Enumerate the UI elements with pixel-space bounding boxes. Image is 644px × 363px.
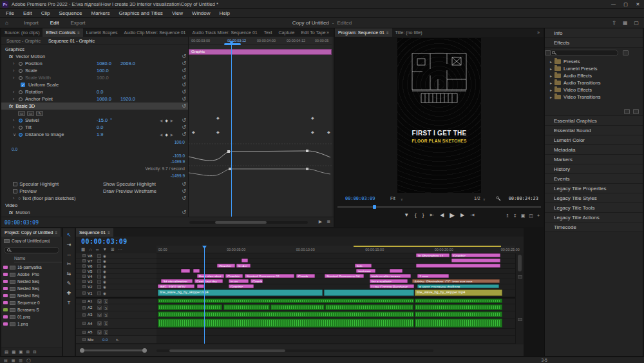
track-lane-a1[interactable] [156,299,515,304]
track-header-v6[interactable]: V6◉ [76,264,156,269]
twirl-icon[interactable]: ▸ [550,95,552,99]
effects-bin-presets[interactable]: ▸Presets [545,58,643,65]
toggle-track-output-icon[interactable]: ◉ [103,275,106,279]
menu-file[interactable]: File [1,9,19,18]
timeline-playhead[interactable] [204,246,205,344]
opts-icon[interactable]: ⊞ [111,247,114,252]
effects-bin-audio-effects[interactable]: ▸Audio Effects [545,72,643,79]
track-header-v2[interactable]: V2◉ [76,284,156,289]
timeline-clip[interactable] [451,259,500,262]
keyframe-icon[interactable]: ◆ [311,116,314,120]
timeline-clip-nested-sequence-04[interactable]: Nested Sequence 04 [325,274,364,278]
list-view-icon[interactable]: ▤ [5,349,8,355]
project-item-sequence-0[interactable]: Sequence 0 [1,299,62,306]
menu-edit[interactable]: Edit [19,9,37,18]
panel-tab-program-sequence-01[interactable]: Program: Sequence 01≡ [335,28,392,37]
track-lock-icon[interactable] [82,280,86,283]
track-lane-v2[interactable]: IMG_1902.MOVGraphicI use Corona Renderer… [156,284,515,289]
track-header-v8[interactable]: V8◉ [76,253,156,259]
timeline-clip-graphic[interactable]: Graphic [217,264,235,268]
timeline-ruler[interactable]: 00:0000:00:05:0000:00:10:0000:00:15:0000… [156,246,515,253]
keyframe-icon[interactable]: ◆ [216,130,220,134]
timeline-clip-in-photoshop-i-f[interactable]: In Photoshop I f [416,253,450,257]
panel-tab-edit-to-tape[interactable]: Edit To Tape [298,28,328,37]
export-frame-button[interactable]: ▣ [521,213,526,219]
twirl-icon[interactable]: ▸ [550,81,552,85]
panel-header-essential-sound[interactable]: Essential Sound [545,126,643,135]
add-marker-button[interactable]: ▼ [404,212,409,219]
twirl-icon[interactable]: › [13,97,18,101]
track-header-a2[interactable]: A2MS [76,304,156,311]
ec-row-motion[interactable]: fxMotion↺ [1,209,188,216]
panel-tab-effect-controls[interactable]: Effect Controls≡ [43,28,82,37]
workspaces-icon[interactable]: ▦ [623,18,628,28]
stopwatch-icon[interactable] [19,97,23,101]
workspace-tab-edit[interactable]: Edit [44,18,65,28]
reset-parameter-icon[interactable]: ↺ [182,68,186,74]
solo-button[interactable]: S [104,313,108,317]
toggle-track-output-icon[interactable]: ◉ [103,280,106,284]
parameter-value[interactable]: 100.0 [97,75,109,81]
menu-clip[interactable]: Clip [37,9,55,18]
basic3d-tool-icon[interactable]: ▭ [18,111,25,116]
timeline-clip-1-png[interactable]: 1.png [417,274,449,278]
parameter-value[interactable]: 0.0 [97,124,103,130]
pen-tool[interactable]: ✎ [67,280,71,286]
new-bin-icon[interactable]: ▣ [19,349,23,355]
next-keyframe-icon[interactable]: ▶ [171,133,173,137]
panel-tab-source-no-clips[interactable]: Source: (no clips) [1,28,43,37]
keyframe-lane[interactable]: 00:00:03:0000:00:03:1200:00:04:0000:00:0… [188,37,332,217]
track-lock-icon[interactable] [82,275,86,278]
menu-sequence[interactable]: Sequence [54,9,86,18]
timeline-clip-graph[interactable]: Graph [296,274,315,278]
timeline-clip[interactable] [415,304,502,310]
source-patch-icon[interactable] [97,264,101,268]
timeline-clip-i-use-corona-renderer[interactable]: I use Corona Renderer [370,284,414,288]
reset-parameter-icon[interactable]: ↺ [182,117,186,123]
label-chip[interactable] [3,301,8,304]
panel-header-events[interactable]: Events [545,174,643,184]
timeline-clip[interactable] [415,311,502,317]
label-chip[interactable] [3,315,8,319]
panel-header-legacy-title-tools[interactable]: Legacy Title Tools [545,203,643,213]
timeline-clip[interactable] [415,299,502,303]
project-item-nested-seq[interactable]: Nested Seq [1,285,62,292]
track-lane-v6[interactable]: GraphicIn Arcligh [156,264,515,269]
mute-button[interactable]: M [97,330,102,335]
timeline-clip-ligh[interactable]: ligh [355,264,372,268]
prev-keyframe-icon[interactable]: ◀ [160,119,162,123]
vertical-scrollbar[interactable] [515,253,524,344]
marker-icon[interactable]: ▼ [102,247,106,252]
icon-view-icon[interactable]: ▦ [12,349,15,355]
comparison-view-button[interactable]: ◫ [529,213,533,219]
reset-parameter-icon[interactable]: ↺ [182,181,186,187]
track-lock-icon[interactable] [82,264,86,268]
horizontal-scrollbar[interactable] [156,349,433,352]
stopwatch-icon[interactable] [19,119,23,123]
mute-button[interactable]: M [97,306,102,310]
twirl-icon[interactable]: › [13,68,18,73]
basic3d-edit-icon[interactable]: ✎ [36,111,43,116]
effects-bin-audio-transitions[interactable]: ▸Audio Transitions [545,79,643,86]
timeline-clip[interactable] [193,269,200,273]
panel-header-info[interactable]: Info [545,28,643,38]
twirl-icon[interactable]: ▸ [550,74,552,78]
stopwatch-icon[interactable] [19,133,23,137]
snap-icon[interactable]: ∩ [89,247,92,252]
project-root-item[interactable]: Copy of Untitled.proj [4,239,61,243]
current-timecode[interactable]: 00:00:03:09 [5,220,39,226]
ec-row-anchor-point[interactable]: ›Anchor Point1080.01920.0↺ [1,95,188,103]
window-close-button[interactable]: ✕ [632,0,644,9]
panel-header-metadata[interactable]: Metadata [545,145,643,155]
label-chip[interactable] [3,308,8,311]
project-panel-tab[interactable]: Project: Copy of Untitled ≡ [1,228,61,237]
mute-button[interactable]: M [97,313,102,317]
ec-row-uniform-scale[interactable]: ✓Uniform Scale↺ [1,81,188,88]
parameter-value[interactable]: 100.0 [97,68,109,74]
delete-icon[interactable]: ⊟ [33,349,36,355]
play-button[interactable]: ▶ [450,211,455,219]
panel-header-effects[interactable]: Effects [545,38,643,48]
parameter-value[interactable]: -15.0 [97,117,108,123]
toggle-track-output-icon[interactable]: ◉ [103,264,106,268]
source-patch-icon[interactable] [97,259,101,263]
